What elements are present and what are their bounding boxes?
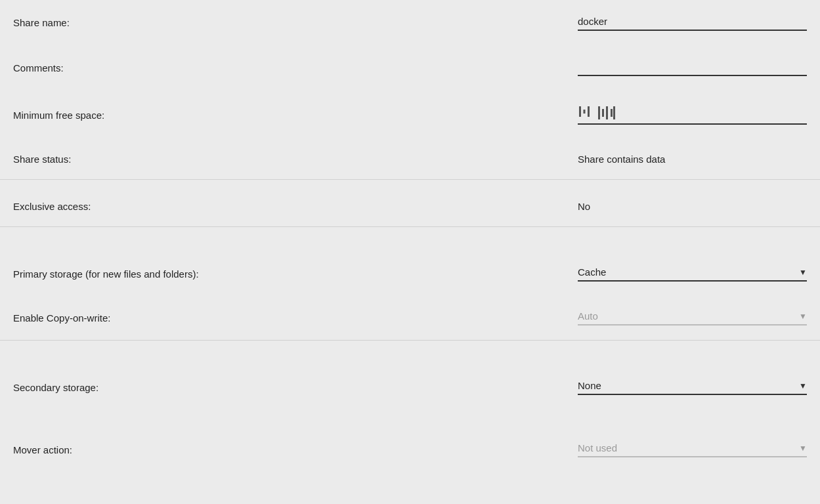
primary-storage-select[interactable]: Cache Array SSD	[578, 266, 796, 278]
min-free-space-row: Minimum free space:	[0, 91, 820, 139]
mover-action-arrow-icon: ▼	[799, 444, 807, 453]
svg-rect-3	[598, 106, 600, 119]
svg-rect-0	[579, 106, 581, 117]
svg-rect-2	[588, 106, 590, 117]
section-divider-2	[0, 347, 820, 359]
share-status-text: Share contains data	[578, 154, 665, 165]
copy-on-write-value: Auto Yes No ▼	[578, 310, 807, 326]
copy-on-write-arrow-icon: ▼	[799, 312, 807, 321]
svg-rect-4	[602, 109, 604, 117]
copy-on-write-select-wrapper: Auto Yes No ▼	[578, 310, 807, 326]
share-status-value: Share contains data	[578, 154, 807, 165]
min-free-space-value	[578, 105, 807, 125]
share-name-input[interactable]	[578, 14, 807, 31]
secondary-storage-row: Secondary storage: None Array Cache ▼	[0, 366, 820, 410]
svg-rect-7	[613, 106, 615, 119]
section-divider-1	[0, 234, 820, 245]
comments-row: Comments:	[0, 45, 820, 91]
comments-value	[578, 60, 807, 76]
fs-h-icon	[578, 105, 591, 121]
comments-input[interactable]	[578, 60, 807, 76]
section-divider-3	[0, 410, 820, 421]
primary-storage-row: Primary storage (for new files and folde…	[0, 252, 820, 296]
comments-label: Comments:	[13, 62, 578, 74]
exclusive-access-value: No	[578, 201, 807, 212]
fs-bars-icon	[597, 106, 616, 119]
mover-action-label: Mover action:	[13, 444, 578, 455]
mover-action-select-wrapper: Not used Move Copy ▼	[578, 442, 807, 457]
exclusive-access-text: No	[578, 201, 590, 212]
primary-storage-select-wrapper: Cache Array SSD ▼	[578, 266, 807, 282]
secondary-storage-select-wrapper: None Array Cache ▼	[578, 380, 807, 395]
share-status-label: Share status:	[13, 154, 578, 165]
mover-action-select[interactable]: Not used Move Copy	[578, 442, 796, 453]
primary-storage-value: Cache Array SSD ▼	[578, 266, 807, 282]
mover-action-row: Mover action: Not used Move Copy ▼	[0, 428, 820, 472]
fs-icons	[578, 105, 616, 121]
copy-on-write-label: Enable Copy-on-write:	[13, 312, 578, 324]
share-name-label: Share name:	[13, 17, 578, 28]
svg-rect-5	[606, 106, 608, 119]
min-free-space-wrapper	[578, 105, 807, 125]
min-free-space-label: Minimum free space:	[13, 110, 578, 121]
primary-storage-arrow-icon: ▼	[799, 268, 807, 277]
secondary-storage-value: None Array Cache ▼	[578, 380, 807, 395]
copy-on-write-select[interactable]: Auto Yes No	[578, 310, 796, 322]
share-name-row: Share name:	[0, 0, 820, 45]
exclusive-access-row: Exclusive access: No	[0, 186, 820, 227]
form-container: Share name: Comments: Minimum free space…	[0, 0, 820, 472]
copy-on-write-row: Enable Copy-on-write: Auto Yes No ▼	[0, 296, 820, 341]
share-status-row: Share status: Share contains data	[0, 139, 820, 180]
secondary-storage-arrow-icon: ▼	[799, 381, 807, 390]
secondary-storage-label: Secondary storage:	[13, 382, 578, 393]
share-name-value	[578, 14, 807, 31]
exclusive-access-label: Exclusive access:	[13, 201, 578, 212]
svg-rect-1	[584, 110, 586, 114]
primary-storage-label: Primary storage (for new files and folde…	[13, 268, 578, 280]
svg-rect-6	[611, 109, 613, 117]
mover-action-value: Not used Move Copy ▼	[578, 442, 807, 457]
secondary-storage-select[interactable]: None Array Cache	[578, 380, 796, 391]
